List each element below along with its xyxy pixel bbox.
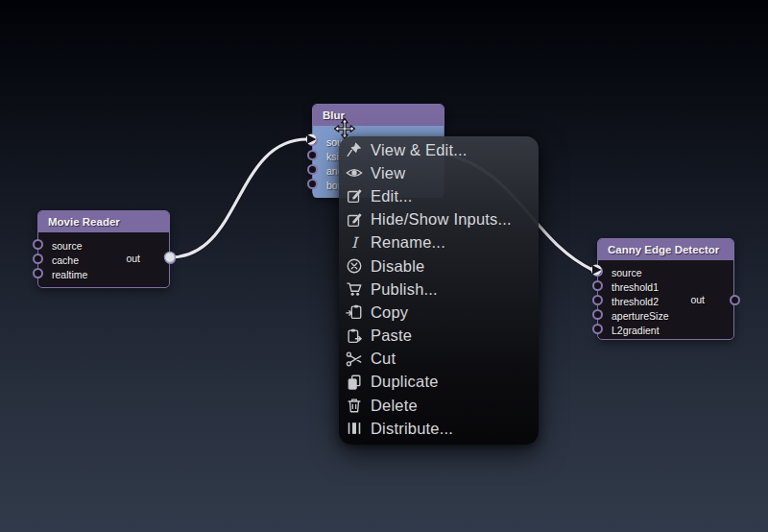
menu-item-publish[interactable]: Publish... — [339, 278, 539, 301]
input-port-label: realtime — [38, 268, 87, 282]
menu-item-label: Hide/Show Inputs... — [371, 210, 512, 229]
input-port-apertureSize[interactable] — [592, 309, 603, 320]
menu-item-duplicate[interactable]: Duplicate — [339, 371, 539, 394]
port-row: source — [598, 264, 733, 278]
input-port-L2gradient[interactable] — [592, 324, 603, 334]
input-port-source[interactable] — [592, 266, 603, 277]
node-editor-canvas[interactable]: Movie Reader source cache out realtime B… — [0, 0, 768, 532]
duplicate-icon — [345, 373, 363, 391]
input-port-source[interactable] — [307, 135, 318, 146]
trash-icon — [345, 397, 363, 415]
node-body: source cache out realtime — [38, 232, 169, 289]
wire-moviereader-to-blur[interactable] — [170, 139, 307, 257]
copy-icon — [345, 303, 363, 322]
menu-item-delete[interactable]: Delete — [339, 394, 539, 417]
input-port-threshold1[interactable] — [592, 280, 603, 291]
menu-item-label: Duplicate — [371, 373, 439, 391]
port-row: threshold2 out — [598, 293, 733, 307]
svg-text:I: I — [350, 234, 358, 252]
eye-icon — [345, 164, 363, 182]
port-row: apertureSize — [598, 307, 733, 322]
menu-item-label: View & Edit... — [371, 141, 468, 159]
menu-item-view[interactable]: View — [339, 161, 539, 184]
output-port-out[interactable] — [165, 254, 176, 264]
menu-item-label: Paste — [371, 326, 412, 345]
menu-item-label: Copy — [371, 303, 408, 322]
menu-item-rename[interactable]: I Rename... — [339, 231, 539, 254]
input-port-realtime[interactable] — [33, 268, 43, 278]
menu-item-label: Delete — [371, 397, 418, 415]
menu-item-hide-show-inputs[interactable]: Hide/Show Inputs... — [339, 208, 539, 231]
scissors-icon — [345, 350, 363, 368]
port-row: cache out — [38, 252, 169, 266]
input-port-ksize[interactable] — [307, 150, 318, 160]
menu-item-label: Publish... — [371, 280, 438, 299]
port-row: realtime — [38, 266, 169, 280]
menu-item-label: Cut — [371, 350, 396, 368]
node-context-menu: View & Edit... View Edit... — [339, 136, 539, 445]
port-row: L2gradient — [598, 322, 733, 336]
menu-item-label: View — [371, 164, 405, 182]
menu-item-paste[interactable]: Paste — [339, 325, 539, 348]
menu-item-label: Disable — [371, 257, 424, 276]
input-port-border[interactable] — [307, 179, 318, 189]
output-port-label: out — [126, 252, 140, 266]
menu-item-label: Rename... — [371, 233, 445, 252]
node-title-bar[interactable]: Blur — [313, 105, 444, 126]
node-canny-edge-detector[interactable]: Canny Edge Detector source threshold1 th… — [597, 238, 734, 340]
output-port-label: out — [690, 293, 705, 307]
node-body: source threshold1 threshold2 out apertur… — [598, 260, 733, 341]
input-port-label: L2gradient — [598, 324, 660, 338]
port-row: threshold1 — [598, 278, 733, 293]
cart-icon — [345, 280, 363, 299]
menu-item-view-edit[interactable]: View & Edit... — [339, 138, 539, 161]
input-port-threshold2[interactable] — [592, 295, 603, 305]
output-port-out[interactable] — [730, 295, 740, 305]
node-movie-reader[interactable]: Movie Reader source cache out realtime — [37, 210, 170, 288]
menu-item-disable[interactable]: Disable — [339, 254, 539, 278]
paste-icon — [345, 326, 363, 345]
input-port-anchor[interactable] — [307, 164, 318, 175]
menu-item-label: Distribute... — [371, 420, 453, 438]
port-row: source — [38, 237, 169, 252]
edit-icon — [345, 187, 363, 206]
menu-item-label: Edit... — [371, 187, 413, 206]
menu-item-copy[interactable]: Copy — [339, 301, 539, 324]
pin-icon — [345, 141, 363, 159]
input-port-cache[interactable] — [33, 254, 43, 264]
menu-item-cut[interactable]: Cut — [339, 348, 539, 371]
input-port-source[interactable] — [33, 239, 43, 250]
italic-i-icon: I — [345, 233, 363, 252]
menu-item-edit[interactable]: Edit... — [339, 184, 539, 207]
disable-icon — [345, 257, 363, 276]
edit-icon — [345, 210, 363, 229]
node-title-bar[interactable]: Movie Reader — [38, 211, 169, 232]
node-title-bar[interactable]: Canny Edge Detector — [598, 239, 733, 260]
distribute-icon — [345, 420, 363, 438]
menu-item-distribute[interactable]: Distribute... — [339, 417, 539, 440]
